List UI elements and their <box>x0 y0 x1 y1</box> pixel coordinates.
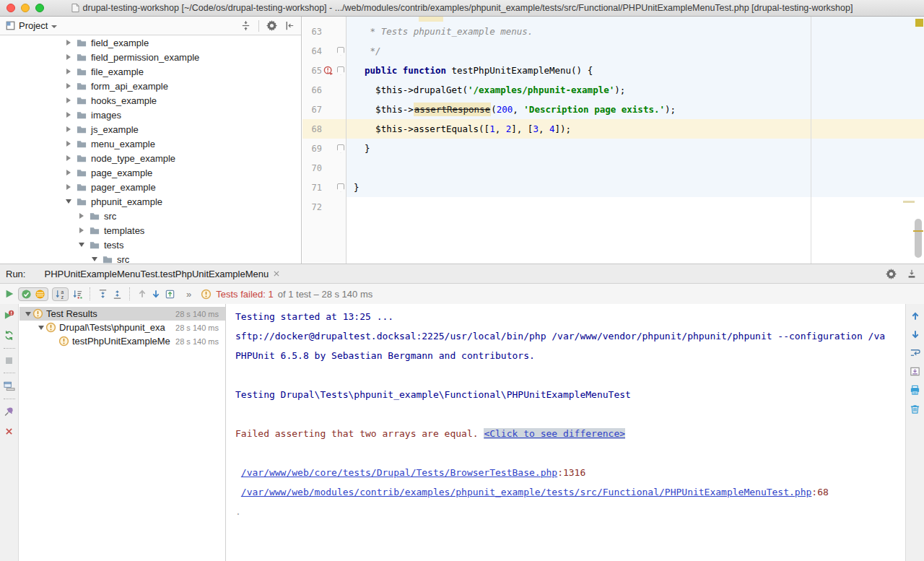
expand-arrow-icon[interactable] <box>65 184 72 190</box>
expand-arrow-icon[interactable] <box>65 112 72 118</box>
expand-all-button[interactable] <box>97 289 108 300</box>
project-tree-item-tests[interactable]: tests <box>0 238 301 252</box>
code-line-68[interactable]: $this->assertEquals([1, 2], [3, 4]); <box>346 119 915 139</box>
expand-arrow-icon[interactable] <box>65 155 72 161</box>
show-passed-toggle[interactable] <box>21 289 32 300</box>
expand-arrow-icon[interactable] <box>65 97 72 103</box>
collapse-all-button[interactable] <box>112 289 123 300</box>
expand-arrow-icon[interactable] <box>78 227 85 233</box>
zoom-window-button[interactable] <box>35 4 44 12</box>
rerun-button[interactable] <box>4 289 14 299</box>
project-tree-item-form_api_example[interactable]: form_api_example <box>0 79 301 93</box>
collapse-arrow-icon[interactable] <box>91 257 98 261</box>
collapse-arrow-icon[interactable] <box>78 243 85 247</box>
expand-arrow-icon[interactable] <box>65 83 72 89</box>
code-line-65[interactable]: public function testPhpUnitExampleMenu()… <box>346 61 915 80</box>
code-editor[interactable]: 63646566676869707172 * Tests phpunit_exa… <box>302 17 924 264</box>
console-line: Testing Drupal\Tests\phpunit_example\Fun… <box>235 385 905 404</box>
next-occurrence-icon[interactable] <box>910 329 920 339</box>
code-line-69[interactable]: } <box>346 139 915 158</box>
editor-scrollbar-thumb[interactable] <box>915 219 922 258</box>
sort-by-duration-toggle[interactable] <box>72 289 83 300</box>
console-link[interactable]: /var/www/web/modules/contrib/examples/ph… <box>241 487 812 497</box>
collapse-arrow-icon[interactable] <box>24 312 32 316</box>
collapse-arrow-icon[interactable] <box>65 199 72 204</box>
expand-arrow-icon[interactable] <box>65 170 72 175</box>
project-tree-item-page_example[interactable]: page_example <box>0 165 301 180</box>
scroll-to-end-icon[interactable] <box>910 366 920 377</box>
clear-all-icon[interactable] <box>910 404 920 414</box>
project-tree-item-menu_example[interactable]: menu_example <box>0 136 301 151</box>
expand-arrow-icon[interactable] <box>65 40 72 45</box>
close-panel-icon[interactable] <box>4 427 14 436</box>
console-link[interactable]: /var/www/web/core/tests/Drupal/Tests/Bro… <box>241 467 557 478</box>
code-line-64[interactable]: */ <box>346 41 915 61</box>
code-line-71[interactable]: } <box>346 178 915 197</box>
project-tree-item-field_example[interactable]: field_example <box>0 35 301 50</box>
failed-test-gutter-icon[interactable] <box>323 66 336 76</box>
editor-code-area[interactable]: * Tests phpunit_example menus. */ public… <box>346 22 915 217</box>
fold-marker-icon[interactable] <box>337 144 344 153</box>
next-failed-test-button[interactable] <box>151 289 161 299</box>
restore-layout-icon[interactable] <box>4 380 15 391</box>
run-tool-window: Run: PHPUnitExampleMenuTest.testPhpUnitE… <box>0 264 924 561</box>
previous-failed-test-button[interactable] <box>137 289 147 299</box>
dock-panel-icon[interactable] <box>907 269 917 279</box>
pin-tab-icon[interactable] <box>4 406 14 417</box>
close-window-button[interactable] <box>6 4 15 12</box>
expand-arrow-icon[interactable] <box>78 213 85 219</box>
project-tree-item-templates[interactable]: templates <box>0 223 301 238</box>
test-tree-item-Drupal-Tests-phpunit-exa[interactable]: Drupal\Tests\phpunit_exa28 s 140 ms <box>19 321 225 334</box>
hide-panel-icon[interactable] <box>284 20 295 31</box>
project-tree-item-node_type_example[interactable]: node_type_example <box>0 151 301 165</box>
expand-arrow-icon[interactable] <box>65 69 72 74</box>
test-tree-item-Test-Results[interactable]: Test Results28 s 140 ms <box>19 307 225 321</box>
project-tree-item-js_example[interactable]: js_example <box>0 122 301 136</box>
code-line-70[interactable] <box>346 158 915 178</box>
print-icon[interactable] <box>910 385 920 396</box>
fold-marker-icon[interactable] <box>337 66 344 75</box>
rerun-tests-icon[interactable] <box>4 330 14 341</box>
test-console-output[interactable]: Testing started at 13:25 ...sftp://docke… <box>227 304 905 561</box>
fold-marker-icon[interactable] <box>337 47 344 56</box>
expand-arrow-icon[interactable] <box>65 141 72 147</box>
fold-marker-icon[interactable] <box>337 183 344 192</box>
folder-icon <box>76 52 87 63</box>
run-configuration-tab[interactable]: PHPUnitExampleMenuTest.testPhpUnitExampl… <box>32 264 287 283</box>
previous-occurrence-icon[interactable] <box>910 311 920 321</box>
project-panel-title[interactable]: Project <box>19 20 48 31</box>
project-tree-item-pager_example[interactable]: pager_example <box>0 180 301 194</box>
code-line-67[interactable]: $this->assertResponse(200, 'Description … <box>346 100 915 119</box>
minimize-window-button[interactable] <box>21 4 30 12</box>
code-line-66[interactable]: $this->drupalGet('/examples/phpunit-exam… <box>346 80 915 100</box>
expand-arrow-icon[interactable] <box>65 54 72 60</box>
project-tree-item-phpunit_example[interactable]: phpunit_example <box>0 194 301 209</box>
project-tree-item-images[interactable]: images <box>0 108 301 122</box>
chevron-down-icon[interactable] <box>51 25 57 28</box>
show-ignored-toggle[interactable] <box>35 289 45 300</box>
sort-alphabetically-toggle[interactable]: az <box>55 289 66 300</box>
code-token-plain: } <box>354 182 359 193</box>
project-tree-item-src[interactable]: src <box>0 252 301 264</box>
soft-wrap-icon[interactable] <box>910 347 920 358</box>
import-test-results-button[interactable] <box>165 289 175 300</box>
collapse-all-icon[interactable] <box>240 20 251 31</box>
stop-process-icon[interactable] <box>4 356 14 365</box>
code-line-72[interactable] <box>346 197 915 217</box>
gear-icon[interactable] <box>266 20 277 31</box>
console-link[interactable]: <Click to see difference> <box>484 428 625 439</box>
project-tree-item-file_example[interactable]: file_example <box>0 64 301 79</box>
project-tree-item-src[interactable]: src <box>0 209 301 223</box>
project-panel-header: Project <box>0 17 301 35</box>
test-tree-item-testPhpUnitExampleMe[interactable]: testPhpUnitExampleMe28 s 140 ms <box>19 334 225 348</box>
more-actions-chevron[interactable]: » <box>186 289 191 300</box>
collapse-arrow-icon[interactable] <box>37 326 45 330</box>
rerun-failed-tests-icon[interactable] <box>4 310 14 321</box>
project-tree-item-hooks_example[interactable]: hooks_example <box>0 93 301 108</box>
run-panel-gear-icon[interactable] <box>886 269 897 279</box>
code-token-plain: ], [ <box>511 123 533 134</box>
expand-arrow-icon[interactable] <box>65 126 72 132</box>
project-tree-item-field_permission_example[interactable]: field_permission_example <box>0 50 301 64</box>
close-tab-icon[interactable] <box>273 270 280 277</box>
code-line-63[interactable]: * Tests phpunit_example menus. <box>346 22 915 41</box>
